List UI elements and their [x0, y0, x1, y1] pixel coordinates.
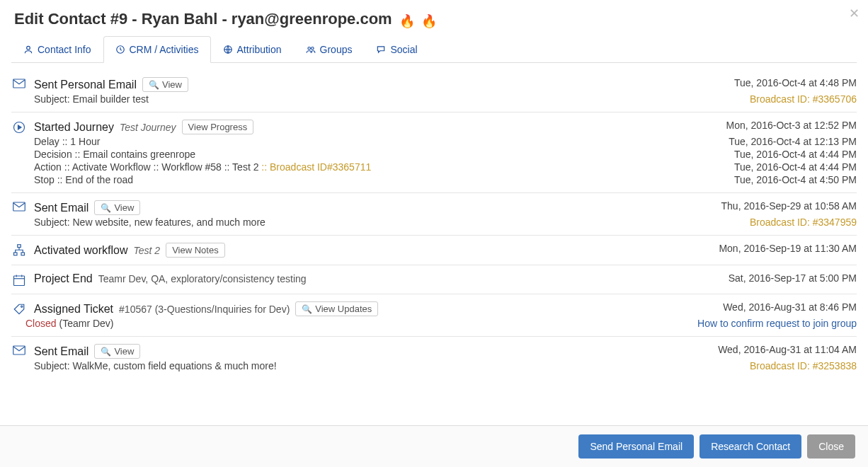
tab-groups[interactable]: Groups: [294, 36, 365, 62]
journey-step-time: Tue, 2016-Oct-4 at 4:44 PM: [734, 161, 857, 173]
activity-title: Sent Email: [34, 202, 88, 214]
flame-icon: 🔥: [399, 13, 415, 29]
button-label: View: [114, 202, 134, 213]
activity-timeline: Sent Personal Email 🔍View Tue, 2016-Oct-…: [11, 63, 857, 379]
workflow-icon: [11, 244, 27, 257]
ticket-status: Closed: [25, 318, 57, 329]
journey-step-time: Tue, 2016-Oct-4 at 12:13 PM: [729, 136, 857, 147]
calendar-icon: [11, 274, 27, 287]
activity-title: Sent Personal Email: [34, 79, 137, 91]
tab-label: CRM / Activities: [130, 44, 199, 55]
view-button[interactable]: 🔍View: [94, 344, 140, 359]
activity-subtitle: Test Journey: [120, 122, 176, 133]
activity-timestamp: Tue, 2016-Oct-4 at 4:48 PM: [734, 77, 857, 88]
svg-rect-5: [13, 79, 25, 88]
activity-title: Sent Email: [34, 345, 88, 358]
activity-subtitle: Test 2: [134, 245, 161, 256]
broadcast-id-inline: :: Broadcast ID#3365711: [261, 161, 371, 173]
broadcast-id: #3253838: [813, 360, 857, 371]
envelope-icon: [11, 202, 27, 212]
svg-rect-8: [18, 245, 21, 248]
svg-rect-9: [14, 253, 18, 255]
tab-label: Social: [390, 44, 417, 55]
svg-point-4: [311, 47, 314, 50]
journey-step: Action :: Activate Workflow :: Workflow …: [34, 161, 258, 173]
tab-social[interactable]: Social: [364, 36, 429, 62]
svg-rect-7: [13, 202, 25, 211]
activity-timestamp: Mon, 2016-Sep-19 at 11:30 AM: [719, 243, 857, 254]
activity-item: Started Journey Test Journey View Progre…: [11, 113, 857, 193]
person-icon: [23, 45, 33, 54]
activity-timestamp: Thu, 2016-Sep-29 at 10:58 AM: [721, 200, 857, 212]
activity-subject: Email builder test: [72, 93, 148, 105]
activity-subject: WalkMe, custom field equations & much mo…: [72, 360, 276, 371]
activity-detail: #10567 (3-Questions/Inquiries for Dev): [119, 304, 290, 315]
activity-timestamp: Wed, 2016-Aug-31 at 8:46 PM: [723, 301, 857, 313]
subject-label: Subject:: [34, 360, 70, 371]
button-label: View: [114, 346, 134, 357]
activity-item: Assigned Ticket #10567 (3-Questions/Inqu…: [11, 294, 857, 337]
activity-timestamp: Sat, 2016-Sep-17 at 5:00 PM: [729, 272, 857, 284]
view-button[interactable]: 🔍View: [142, 77, 188, 92]
activity-timestamp: Mon, 2016-Oct-3 at 12:52 PM: [726, 120, 857, 131]
modal-footer: Send Personal Email Research Contact Clo…: [0, 425, 868, 428]
groups-icon: [306, 45, 316, 54]
ticket-subject-link[interactable]: How to confirm request to join group: [697, 318, 857, 329]
activity-title: Assigned Ticket: [34, 303, 113, 316]
close-icon[interactable]: ✕: [849, 6, 860, 21]
envelope-icon: [11, 345, 27, 355]
page-title: Edit Contact #9 - Ryan Bahl - ryan@green…: [14, 10, 392, 28]
magnifier-icon: 🔍: [101, 203, 111, 213]
play-circle-icon: [11, 121, 27, 134]
activity-subject: New website, new features, and much more: [72, 217, 265, 228]
tab-crm-activities[interactable]: CRM / Activities: [103, 36, 211, 63]
tab-label: Groups: [320, 44, 353, 55]
chat-bubble-icon: [376, 45, 386, 54]
view-updates-button[interactable]: 🔍View Updates: [295, 301, 378, 316]
activity-item: Sent Email 🔍View Wed, 2016-Aug-31 at 11:…: [11, 337, 857, 379]
activity-item: Project End Teamr Dev, QA, exploratory/c…: [11, 265, 857, 294]
ticket-tag-icon: [11, 303, 27, 316]
button-label: View Progress: [188, 122, 248, 132]
activity-item: Sent Email 🔍View Thu, 2016-Sep-29 at 10:…: [11, 193, 857, 236]
tab-label: Contact Info: [38, 44, 91, 55]
subject-label: Subject:: [34, 217, 70, 228]
ticket-status-suffix: (Teamr Dev): [57, 318, 114, 329]
tab-contact-info[interactable]: Contact Info: [11, 36, 103, 62]
journey-step-time: Tue, 2016-Oct-4 at 4:44 PM: [734, 149, 857, 160]
tab-attribution[interactable]: Attribution: [211, 36, 294, 62]
tab-label: Attribution: [237, 44, 282, 55]
broadcast-id: #3365706: [813, 93, 857, 105]
envelope-icon: [11, 79, 27, 88]
broadcast-label: Broadcast ID:: [750, 93, 810, 105]
view-progress-button[interactable]: View Progress: [182, 120, 254, 134]
magnifier-icon: 🔍: [101, 347, 111, 357]
view-notes-button[interactable]: View Notes: [166, 243, 225, 258]
subject-label: Subject:: [34, 93, 70, 105]
journey-step: Delay :: 1 Hour: [34, 136, 100, 147]
svg-point-0: [27, 47, 30, 50]
activity-icon: [115, 45, 125, 54]
svg-point-12: [21, 306, 23, 307]
magnifier-icon: 🔍: [149, 80, 159, 90]
activity-detail: Teamr Dev, QA, exploratory/consistency t…: [98, 273, 307, 284]
button-label: View Notes: [172, 245, 219, 255]
flame-icon: 🔥: [421, 13, 437, 29]
activity-title: Project End: [34, 272, 93, 285]
button-label: View Updates: [315, 304, 372, 314]
modal-header: Edit Contact #9 - Ryan Bahl - ryan@green…: [0, 0, 868, 36]
activity-title: Started Journey: [34, 121, 114, 134]
journey-step: Decision :: Email contains greenrope: [34, 149, 195, 160]
broadcast-label: Broadcast ID:: [750, 217, 810, 228]
activity-title: Activated workflow: [34, 244, 128, 257]
broadcast-label: Broadcast ID:: [750, 360, 810, 371]
journey-step-time: Tue, 2016-Oct-4 at 4:50 PM: [734, 174, 857, 185]
svg-rect-10: [21, 253, 25, 255]
svg-rect-13: [13, 346, 25, 354]
tab-bar: Contact Info CRM / Activities Attributio…: [11, 36, 857, 63]
globe-icon: [223, 45, 233, 54]
activity-item: Sent Personal Email 🔍View Tue, 2016-Oct-…: [11, 70, 857, 113]
svg-rect-11: [14, 276, 25, 286]
view-button[interactable]: 🔍View: [94, 200, 140, 215]
activity-item: Activated workflow Test 2 View Notes Mon…: [11, 236, 857, 265]
